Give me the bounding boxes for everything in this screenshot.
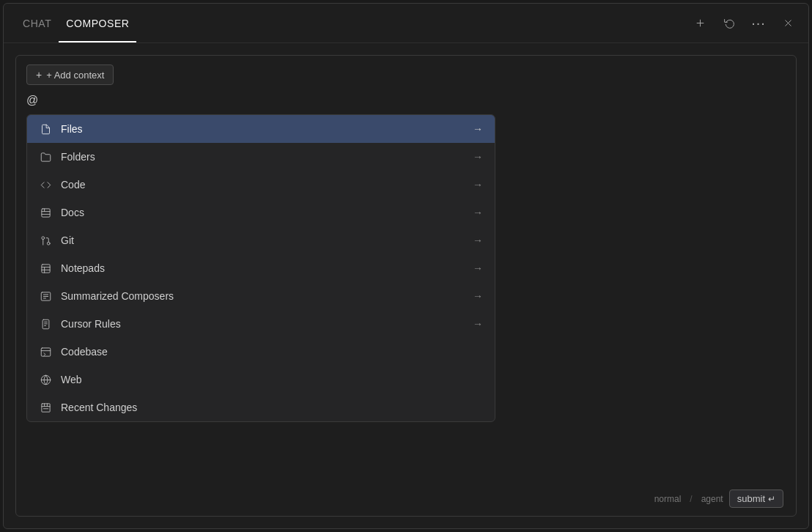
notepads-label: Notepads (61, 262, 464, 274)
menu-item-folders[interactable]: Folders → (27, 143, 495, 171)
close-button[interactable] (779, 15, 797, 32)
at-symbol-input: @ (26, 92, 786, 108)
svg-rect-27 (41, 403, 49, 411)
menu-item-files[interactable]: Files → (27, 115, 495, 143)
docs-label: Docs (61, 207, 464, 218)
chat-tab-label: CHAT (23, 18, 51, 29)
composer-content: + + Add context @ Files → (4, 43, 808, 528)
notepads-icon (39, 262, 52, 275)
menu-item-git[interactable]: Git → (27, 226, 495, 254)
history-icon (724, 18, 735, 29)
composer-input-box: + + Add context @ Files → (15, 55, 797, 517)
rules-icon (39, 317, 52, 330)
at-symbol-text: @ (26, 94, 38, 106)
cursor-rules-label: Cursor Rules (61, 318, 464, 330)
rules-svg (40, 319, 51, 330)
file-icon (39, 122, 52, 136)
summarized-composers-label: Summarized Composers (61, 290, 464, 302)
code-svg (40, 180, 51, 191)
svg-rect-19 (43, 319, 49, 329)
folder-svg (40, 152, 51, 163)
file-svg (40, 124, 51, 135)
menu-item-docs[interactable]: Docs → (27, 199, 495, 226)
git-label: Git (61, 234, 464, 246)
summarized-composers-arrow: → (473, 290, 483, 302)
codebase-svg (40, 347, 51, 358)
notepads-svg (40, 263, 51, 274)
submit-label: submit (737, 493, 765, 504)
code-label: Code (61, 179, 464, 191)
files-arrow: → (473, 123, 483, 135)
header-actions: ··· (691, 15, 797, 32)
recent-svg (40, 402, 51, 413)
svg-rect-23 (41, 347, 51, 355)
return-icon: ↵ (768, 494, 775, 504)
docs-icon (39, 206, 52, 219)
files-label: Files (61, 123, 464, 135)
plus-icon-small: + (36, 69, 42, 81)
menu-item-web[interactable]: Web (27, 366, 495, 394)
menu-item-recent-changes[interactable]: Recent Changes (27, 394, 495, 421)
mode-normal-text: normal (654, 494, 682, 504)
codebase-label: Codebase (61, 346, 474, 358)
menu-item-codebase[interactable]: Codebase (27, 338, 495, 366)
history-button[interactable] (720, 15, 738, 32)
bottom-bar: normal / agent submit ↵ (644, 484, 794, 514)
main-panel: CHAT COMPOSER ··· (3, 3, 809, 529)
codebase-icon (39, 345, 52, 358)
context-dropdown: Files → Folders → (26, 114, 495, 422)
submit-button[interactable]: submit ↵ (729, 489, 783, 508)
tab-chat[interactable]: CHAT (15, 4, 59, 43)
ellipsis-icon: ··· (751, 15, 766, 32)
folders-label: Folders (61, 151, 464, 163)
close-icon (783, 18, 794, 29)
svg-rect-4 (41, 208, 49, 216)
tab-composer[interactable]: COMPOSER (59, 4, 136, 43)
recent-icon (39, 401, 52, 414)
folders-arrow: → (473, 151, 483, 163)
add-context-label: + Add context (46, 70, 104, 81)
svg-point-9 (41, 236, 44, 239)
web-label: Web (61, 374, 474, 385)
mode-separator: / (690, 494, 692, 504)
svg-point-8 (47, 242, 50, 245)
recent-changes-label: Recent Changes (61, 402, 474, 413)
git-icon (39, 234, 52, 247)
docs-arrow: → (473, 207, 483, 218)
menu-item-summarized-composers[interactable]: Summarized Composers → (27, 282, 495, 310)
menu-item-notepads[interactable]: Notepads → (27, 254, 495, 282)
summarize-svg (40, 291, 51, 302)
git-svg (40, 235, 51, 246)
git-arrow: → (473, 234, 483, 246)
code-arrow: → (473, 179, 483, 191)
more-options-button[interactable]: ··· (750, 15, 767, 32)
code-icon (39, 178, 52, 191)
menu-item-cursor-rules[interactable]: Cursor Rules → (27, 310, 495, 338)
cursor-rules-arrow: → (473, 318, 483, 330)
plus-icon (695, 18, 706, 29)
composer-tab-label: COMPOSER (66, 18, 129, 29)
docs-svg (40, 207, 51, 218)
new-composer-button[interactable] (691, 15, 709, 32)
header: CHAT COMPOSER ··· (4, 4, 808, 43)
folder-icon (39, 150, 52, 163)
web-icon (39, 373, 52, 386)
notepads-arrow: → (473, 262, 483, 274)
mode-agent-text: agent (701, 494, 723, 504)
svg-rect-11 (41, 264, 49, 272)
menu-item-code[interactable]: Code → (27, 171, 495, 199)
add-context-button[interactable]: + + Add context (26, 64, 114, 85)
summarize-icon (39, 289, 52, 303)
web-svg (40, 374, 51, 385)
